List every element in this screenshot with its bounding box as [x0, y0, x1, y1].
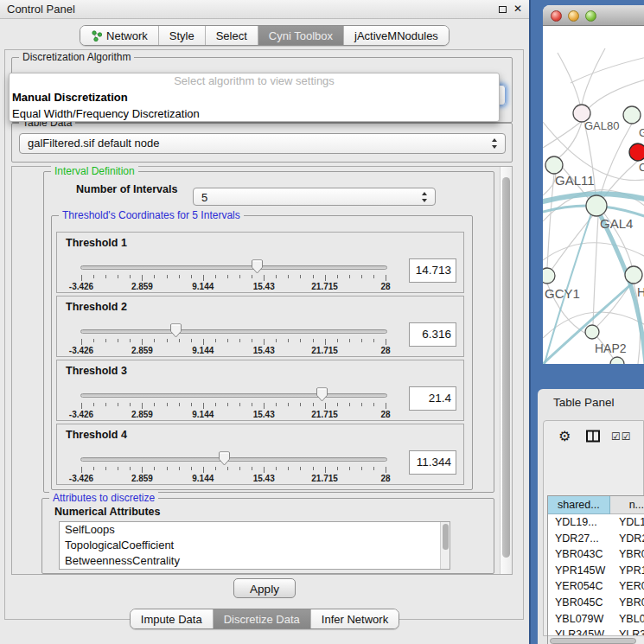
scrollbar-thumb[interactable] [502, 177, 510, 558]
attribute-item[interactable]: BetweennessCentrality [60, 553, 450, 569]
threshold-3-value-field[interactable]: 21.4 [409, 386, 456, 411]
network-node[interactable] [623, 106, 641, 124]
cell-name[interactable]: YPR1... [615, 563, 644, 579]
slider-tick [288, 275, 289, 278]
slider-tick [227, 275, 228, 278]
table-row[interactable]: YPR145WYPR1... [548, 563, 644, 579]
app-root: Control Panel ✕ NetworkStyleSelectCyni T… [0, 0, 644, 644]
select-columns-checkboxes-icon[interactable]: ☑☑ [611, 430, 632, 443]
cell-shared-name[interactable]: YBR045C [548, 595, 615, 611]
attribute-item[interactable]: SelfLoops [60, 522, 450, 538]
columns-icon[interactable] [585, 429, 601, 448]
cell-name[interactable]: YDR2... [615, 531, 644, 547]
slider-tick [373, 467, 374, 470]
table-row[interactable]: YER054CYER0... [548, 578, 644, 595]
threshold-2-value-field[interactable]: 6.316 [409, 322, 456, 347]
column-header-shared-name[interactable]: shared... [548, 496, 610, 514]
cell-name[interactable]: YER0... [615, 578, 644, 595]
network-node[interactable] [625, 266, 642, 284]
tab-cyni-toolbox[interactable]: Cyni Toolbox [258, 26, 343, 45]
minimize-traffic-light-icon[interactable] [568, 10, 579, 22]
tab-impute-data[interactable]: Impute Data [131, 609, 213, 628]
vertical-scrollbar[interactable] [500, 167, 512, 574]
table-row[interactable]: YBR045CYBR0... [548, 595, 644, 611]
gear-icon[interactable]: ⚙ [558, 428, 571, 444]
network-canvas[interactable]: GAL80GAGAL11CYGAL4GCY1HAHAP2 [543, 27, 644, 364]
cell-name[interactable]: YBR0... [615, 595, 644, 611]
cell-shared-name[interactable]: YER054C [548, 578, 615, 595]
table-horizontal-scrollbar[interactable] [548, 635, 644, 644]
interval-definition-group: Interval Definition Number of Intervals … [43, 171, 494, 493]
zoom-traffic-light-icon[interactable] [585, 10, 596, 22]
cell-shared-name[interactable]: YDR27... [548, 531, 615, 547]
threshold-1-value-field[interactable]: 14.713 [409, 258, 456, 283]
network-edge[interactable] [593, 216, 598, 325]
slider-tick [105, 403, 106, 406]
network-edge[interactable] [589, 74, 644, 108]
combo-stepper-icon [492, 137, 498, 150]
tab-select[interactable]: Select [205, 26, 258, 45]
tab-network[interactable]: Network [80, 26, 158, 45]
cell-shared-name[interactable]: YBL079W [548, 611, 615, 628]
threshold-1-slider-thumb[interactable] [251, 259, 264, 274]
popup-option-equal-width-frequency[interactable]: Equal Width/Frequency Discretization [10, 105, 499, 122]
apply-button[interactable]: Apply [233, 578, 296, 598]
network-edge[interactable] [552, 215, 593, 270]
table-row[interactable]: YDL19...YDL1... [548, 514, 644, 531]
network-node[interactable] [586, 195, 607, 216]
network-node[interactable] [610, 357, 624, 364]
network-edge[interactable] [558, 53, 580, 105]
attributes-list-scrollbar[interactable] [440, 522, 450, 569]
slider-tick [227, 403, 228, 406]
close-traffic-light-icon[interactable] [551, 10, 562, 22]
slider-tick [300, 339, 301, 342]
tab-discretize-data[interactable]: Discretize Data [213, 609, 310, 628]
slider-tick [325, 403, 326, 409]
popup-option-manual-discretization[interactable]: Manual Discretization [10, 89, 499, 105]
threshold-4-value-field[interactable]: 11.344 [409, 450, 456, 475]
tab-label: Select [216, 29, 247, 42]
cell-name[interactable]: YBR0... [615, 546, 644, 563]
network-node[interactable] [629, 143, 644, 161]
column-header-name[interactable]: n... [610, 496, 644, 514]
threshold-4-slider-thumb[interactable] [218, 451, 231, 466]
close-icon[interactable]: ✕ [513, 3, 522, 15]
cell-shared-name[interactable]: YPR145W [548, 563, 615, 579]
network-node-label: HAP2 [595, 341, 627, 355]
slider-tick [337, 467, 338, 470]
network-node[interactable] [545, 156, 563, 174]
network-edge[interactable] [600, 124, 632, 196]
table-row[interactable]: YBR043CYBR0... [548, 546, 644, 563]
slider-tick [288, 339, 289, 342]
slider-tick [300, 403, 301, 406]
network-edge[interactable] [571, 53, 644, 83]
numerical-attributes-list[interactable]: SelfLoopsTopologicalCoefficientBetweenne… [59, 521, 450, 570]
node-attribute-table[interactable]: shared... n... YDL19...YDL1...YDR27...YD… [547, 495, 644, 644]
tab-infer-network[interactable]: Infer Network [310, 609, 399, 628]
slider-tick [264, 339, 265, 345]
table-row[interactable]: YBL079WYBL0... [548, 611, 644, 628]
scrollbar-thumb[interactable] [550, 638, 636, 644]
threshold-coordinates-group: Threshold's Coordinates for 5 Intervals … [51, 215, 473, 490]
cell-name[interactable]: YDL1... [615, 514, 644, 531]
network-node[interactable] [543, 268, 555, 284]
cell-shared-name[interactable]: YBR043C [548, 546, 615, 563]
network-window-titlebar[interactable] [543, 5, 644, 26]
tab-jactivemnodules[interactable]: jActiveMNodules [343, 26, 449, 45]
threshold-2-slider-thumb[interactable] [169, 323, 182, 338]
table-row[interactable]: YDR27...YDR2... [548, 531, 644, 547]
scrollbar-thumb[interactable] [443, 524, 449, 550]
cell-shared-name[interactable]: YDL19... [548, 514, 615, 531]
slider-tick [276, 467, 277, 470]
network-node[interactable] [585, 325, 599, 339]
table-data-selected: galFiltered.sif default node [28, 134, 159, 153]
cell-name[interactable]: YBL0... [615, 611, 644, 628]
slider-tick-label: 28 [380, 282, 390, 291]
tab-label: Network [106, 29, 148, 42]
threshold-3-slider-thumb[interactable] [316, 387, 328, 402]
tab-style[interactable]: Style [158, 26, 205, 45]
number-of-intervals-combobox[interactable]: 5 [193, 188, 436, 206]
float-window-icon[interactable] [499, 6, 507, 13]
attribute-item[interactable]: TopologicalCoefficient [60, 538, 450, 553]
table-data-combobox[interactable]: galFiltered.sif default node [19, 133, 506, 154]
